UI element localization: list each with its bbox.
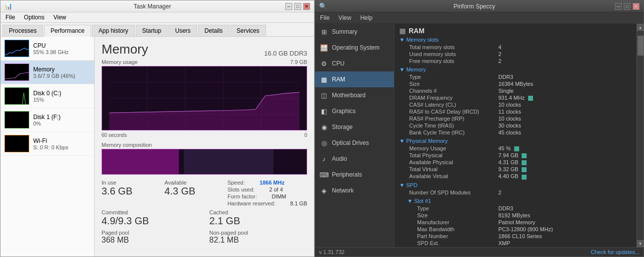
- speccy-menu-view[interactable]: View: [336, 13, 353, 22]
- num-modules-val: 2: [498, 190, 632, 195]
- stats-row-3: Paged pool 368 MB Non-paged pool 82.1 MB: [102, 230, 307, 245]
- menu-view[interactable]: View: [52, 13, 68, 21]
- nav-os[interactable]: 🪟 Operating System: [315, 40, 394, 56]
- speccy-close[interactable]: ✕: [633, 3, 640, 10]
- channels-row: Channels # Single: [399, 87, 632, 94]
- physical-mem-section-title: ▼ Physical Memory: [399, 138, 632, 144]
- tab-app-history[interactable]: App history: [92, 25, 135, 36]
- slot1-part-row: Part Number 1866 CL10 Series: [399, 233, 632, 240]
- speccy-app-icon: 🔍: [319, 2, 327, 10]
- perf-item-wifi[interactable]: Wi-Fi S: 0 R: 0 Kbps: [0, 132, 94, 156]
- nav-graphics[interactable]: ◧ Graphics: [315, 103, 394, 119]
- slot1-mfr-row: Manufacturer Patriot Memory: [399, 219, 632, 226]
- window-controls: ─ □ ✕: [285, 3, 310, 10]
- tab-users[interactable]: Users: [168, 25, 197, 36]
- comp-modified: [179, 149, 184, 174]
- memory-type-label: 16.0 GB DDR3: [264, 50, 307, 57]
- nav-network[interactable]: ◈ Network: [315, 183, 394, 198]
- speccy-scrollbar: ▲ ▼: [637, 24, 644, 247]
- slot1-section-title: ▼ Slot #1: [399, 198, 632, 204]
- committed-label: Committed: [102, 209, 200, 215]
- menu-options[interactable]: Options: [22, 13, 46, 21]
- slot1-part-val: 1866 CL10 Series: [498, 233, 632, 239]
- speccy-minimize[interactable]: ─: [615, 3, 622, 10]
- nav-ram[interactable]: ▦ RAM: [315, 71, 394, 87]
- nav-optical[interactable]: ◎ Optical Drives: [315, 135, 394, 151]
- perf-item-disk0[interactable]: Disk 0 (C:) 15%: [0, 84, 94, 108]
- slot1-bw-val: PC3-12800 (800 MHz): [498, 226, 632, 232]
- minimize-button[interactable]: ─: [285, 3, 292, 10]
- cached-value: 2.1 GB: [210, 215, 308, 227]
- nav-summary-label: Summary: [332, 28, 357, 35]
- tab-details[interactable]: Details: [198, 25, 229, 36]
- tab-performance[interactable]: Performance: [44, 25, 91, 37]
- scroll-down-button[interactable]: ▼: [637, 240, 644, 247]
- tab-services[interactable]: Services: [230, 25, 266, 36]
- performance-content: CPU 55% 3.98 GHz Memory 3.6/7.9 GB (46%): [0, 37, 314, 257]
- dram-row: DRAM Frequency 931.4 MHz: [399, 94, 632, 101]
- check-updates-link[interactable]: Check for updates...: [591, 249, 640, 255]
- nav-peripherals[interactable]: ⌨ Peripherals: [315, 167, 394, 183]
- nav-ram-label: RAM: [332, 76, 345, 83]
- time-label: 60 seconds: [102, 132, 127, 138]
- nav-storage[interactable]: ◉ Storage: [315, 119, 394, 135]
- memory-main-title: Memory: [102, 42, 148, 57]
- slot1-size-val: 8192 MBytes: [498, 212, 632, 218]
- slots-label: Slots used:: [227, 187, 254, 193]
- nav-summary[interactable]: ⊞ Summary: [315, 24, 394, 40]
- graphics-icon: ◧: [320, 107, 328, 115]
- committed-value: 4.9/9.3 GB: [102, 215, 200, 227]
- menu-file[interactable]: File: [3, 13, 17, 21]
- speccy-restore[interactable]: □: [624, 3, 631, 10]
- slot1-spd-key: SPD Ext.: [399, 240, 498, 246]
- disk0-mini-graph: [4, 87, 29, 105]
- tab-processes[interactable]: Processes: [2, 25, 43, 36]
- slot1-spd-val: XMP: [498, 240, 632, 246]
- svg-marker-7: [109, 92, 300, 130]
- dram-val: 931.4 MHz: [498, 95, 632, 101]
- slot1-type-val: DDR3: [498, 205, 632, 211]
- ram-icon: ▦: [320, 75, 328, 83]
- nav-motherboard[interactable]: ◫ Motherboard: [315, 87, 394, 103]
- tab-bar: Processes Performance App history Startu…: [0, 23, 314, 37]
- right-panel: Memory 16.0 GB DDR3 Memory usage 7.9 GB: [95, 37, 314, 257]
- disk0-sub: 15%: [33, 97, 61, 103]
- scroll-thumb[interactable]: [638, 36, 644, 56]
- speccy-menu-file[interactable]: File: [318, 13, 331, 22]
- perf-item-cpu[interactable]: CPU 55% 3.98 GHz: [0, 37, 94, 61]
- scroll-track[interactable]: [637, 31, 644, 240]
- speccy-menu-help[interactable]: Help: [358, 13, 375, 22]
- comp-in-use: [102, 149, 179, 174]
- speed-label: Speed:: [227, 180, 245, 186]
- disk0-label: Disk 0 (C:): [33, 90, 61, 97]
- audio-icon: ♪: [320, 155, 328, 163]
- cpu-sub: 55% 3.98 GHz: [33, 49, 69, 55]
- nav-audio[interactable]: ♪ Audio: [315, 151, 394, 167]
- task-manager-icon: 📊: [4, 2, 12, 10]
- free-slots-val: 2: [498, 58, 632, 64]
- hw-value: 8.1 GB: [290, 200, 307, 206]
- scroll-up-button[interactable]: ▲: [637, 24, 644, 31]
- perf-item-memory[interactable]: Memory 3.6/7.9 GB (46%): [0, 61, 94, 84]
- restore-button[interactable]: □: [294, 3, 301, 10]
- zero-label: 0: [304, 132, 307, 138]
- nav-cpu[interactable]: ⚙ CPU: [315, 56, 394, 71]
- total-phys-indicator: [522, 153, 527, 158]
- total-slots-row: Total memory slots 4: [399, 44, 632, 51]
- tab-startup[interactable]: Startup: [136, 25, 168, 36]
- speed-value: 1866 MHz: [260, 180, 284, 186]
- close-button[interactable]: ✕: [303, 3, 310, 10]
- perf-item-disk1[interactable]: Disk 1 (F:) 0%: [0, 108, 94, 132]
- disk0-labels: Disk 0 (C:) 15%: [33, 90, 61, 103]
- memory-label: Memory: [33, 66, 75, 73]
- ram-section-icon: ▦: [399, 27, 406, 35]
- nav-peripherals-label: Peripherals: [332, 171, 362, 178]
- nav-motherboard-label: Motherboard: [332, 92, 366, 99]
- graph-time-row: 60 seconds 0: [102, 132, 307, 138]
- hw-row: Hardware reserved: 8.1 GB: [227, 200, 307, 206]
- size-row: Size 16384 MBytes: [399, 80, 632, 87]
- cpu-labels: CPU 55% 3.98 GHz: [33, 42, 69, 55]
- used-slots-row: Used memory slots 2: [399, 51, 632, 58]
- num-modules-row: Number Of SPD Modules 2: [399, 189, 632, 196]
- type-val: DDR3: [498, 74, 632, 80]
